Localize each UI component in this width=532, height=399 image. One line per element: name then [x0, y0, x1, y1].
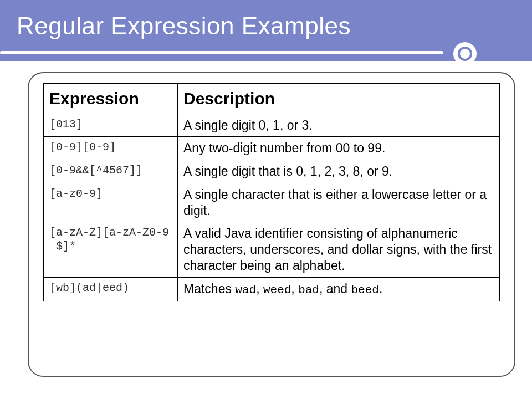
expression-cell: [a-z0-9] [44, 183, 178, 222]
table-row: [a-zA-Z][a-zA-Z0-9_$]* A valid Java iden… [44, 222, 500, 277]
expression-cell: [a-zA-Z][a-zA-Z0-9_$]* [44, 222, 178, 277]
table-header-row: Expression Description [44, 84, 500, 114]
description-cell: Any two-digit number from 00 to 99. [178, 137, 500, 160]
description-cell: A single character that is either a lowe… [178, 183, 500, 222]
description-cell: A single digit that is 0, 1, 2, 3, 8, or… [178, 160, 500, 183]
expression-cell: [0-9][0-9] [44, 137, 178, 160]
expression-cell: [0-9&&[^4567]] [44, 160, 178, 183]
table-row: [0-9&&[^4567]] A single digit that is 0,… [44, 160, 500, 183]
col-header-expression: Expression [44, 84, 178, 114]
description-cell: Matches wad, weed, bad, and beed. [178, 277, 500, 301]
content-card: Expression Description [013] A single di… [28, 72, 515, 377]
col-header-description: Description [178, 84, 500, 114]
expression-cell: [wb](ad|eed) [44, 277, 178, 301]
description-cell: A single digit 0, 1, or 3. [178, 114, 500, 137]
regex-table: Expression Description [013] A single di… [43, 83, 500, 301]
table-row: [013] A single digit 0, 1, or 3. [44, 114, 500, 137]
expression-cell: [013] [44, 114, 178, 137]
slide-header: Regular Expression Examples [0, 0, 532, 48]
table-row: [0-9][0-9] Any two-digit number from 00 … [44, 137, 500, 160]
description-cell: A valid Java identifier consisting of al… [178, 222, 500, 277]
table-row: [a-z0-9] A single character that is eith… [44, 183, 500, 222]
table-row: [wb](ad|eed) Matches wad, weed, bad, and… [44, 277, 500, 301]
slide-title: Regular Expression Examples [17, 12, 515, 40]
